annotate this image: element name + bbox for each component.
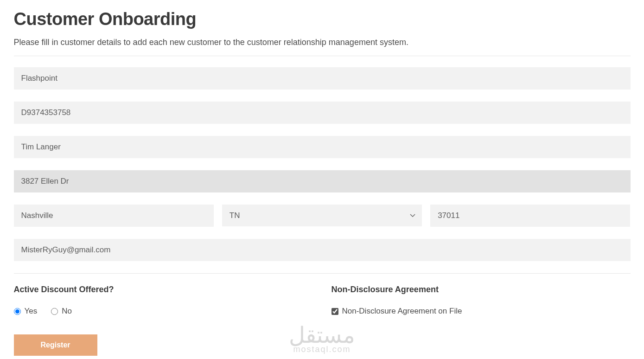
company-input[interactable] <box>14 67 631 90</box>
discount-no-option[interactable]: No <box>51 307 72 316</box>
discount-yes-label: Yes <box>25 307 38 316</box>
options-row: Active Discount Offered? Yes No Non-Disc… <box>14 285 631 316</box>
nda-heading: Non-Disclosure Agreement <box>332 285 631 295</box>
page-title: Customer Onboarding <box>14 9 631 29</box>
state-select[interactable]: TN <box>222 205 422 226</box>
nda-checkbox[interactable] <box>332 308 338 315</box>
contact-name-input[interactable] <box>14 136 631 158</box>
email-input[interactable] <box>14 239 631 261</box>
city-input[interactable] <box>14 205 214 227</box>
discount-yes-option[interactable]: Yes <box>14 307 38 316</box>
discount-section: Active Discount Offered? Yes No <box>14 285 313 316</box>
city-state-zip-row: TN <box>14 205 631 227</box>
register-button[interactable]: Register <box>14 334 97 356</box>
page-subtitle: Please fill in customer details to add e… <box>14 38 631 47</box>
nda-checkbox-label: Non-Disclosure Agreement on File <box>342 307 462 316</box>
zip-input[interactable] <box>430 205 630 227</box>
nda-section: Non-Disclosure Agreement Non-Disclosure … <box>332 285 631 316</box>
discount-no-label: No <box>62 307 72 316</box>
onboarding-form-container: Customer Onboarding Please fill in custo… <box>5 0 640 359</box>
divider <box>14 273 631 274</box>
discount-yes-radio[interactable] <box>14 308 21 315</box>
discount-radio-group: Yes No <box>14 307 313 316</box>
nda-checkbox-option[interactable]: Non-Disclosure Agreement on File <box>332 307 631 316</box>
divider <box>14 56 631 56</box>
discount-heading: Active Discount Offered? <box>14 285 313 295</box>
address-input[interactable] <box>14 170 631 192</box>
discount-no-radio[interactable] <box>51 308 58 315</box>
customer-id-input[interactable] <box>14 102 631 124</box>
